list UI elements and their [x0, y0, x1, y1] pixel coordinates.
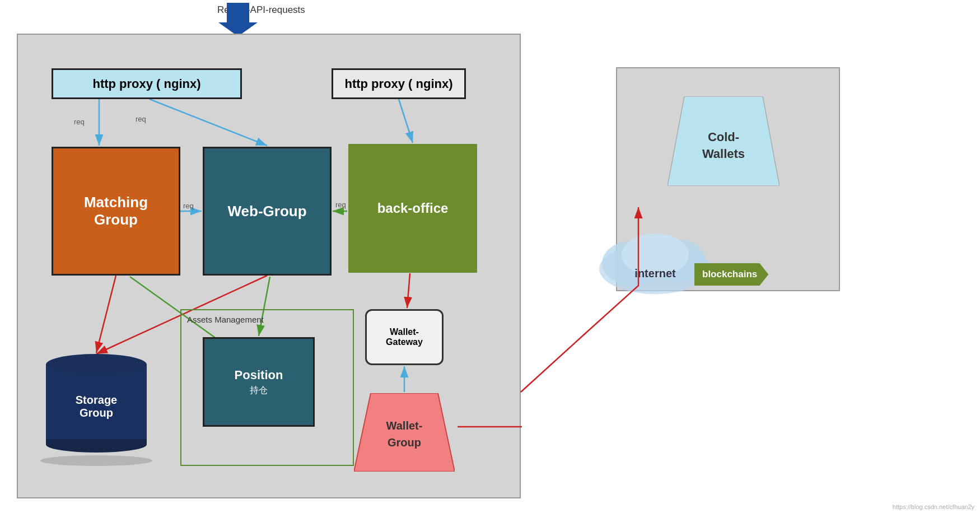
- position-box: Position 持仓: [203, 337, 315, 427]
- svg-marker-1: [218, 3, 258, 36]
- web-group-box: Web-Group: [203, 147, 332, 276]
- proxy-box-1: http proxy ( nginx): [52, 68, 242, 99]
- svg-line-13: [399, 99, 413, 143]
- cold-wallets-wrap: Cold- Wallets: [668, 96, 780, 186]
- svg-text:Group: Group: [388, 436, 421, 449]
- wallet-group-wrap: Wallet- Group: [354, 393, 455, 472]
- assets-management-label: Assets Management: [187, 315, 264, 324]
- cylinder-top: [46, 354, 147, 375]
- cylinder-body: StorageGroup: [46, 364, 147, 439]
- svg-marker-23: [354, 393, 455, 472]
- svg-line-20: [407, 273, 410, 308]
- svg-text:req: req: [335, 200, 346, 209]
- wallet-group-svg: Wallet- Group: [354, 393, 455, 472]
- svg-text:Wallets: Wallets: [702, 147, 745, 161]
- matching-group-box: Matching Group: [52, 147, 180, 276]
- svg-text:req: req: [183, 202, 194, 210]
- svg-line-8: [150, 99, 267, 146]
- cylinder-shadow: [40, 455, 152, 466]
- internet-cloud: internet: [594, 224, 717, 299]
- proxy-box-2: http proxy ( nginx): [332, 68, 466, 99]
- svg-text:Cold-: Cold-: [708, 130, 739, 144]
- main-diagram-container: req req req req http proxy ( nginx) http…: [17, 34, 521, 498]
- cold-wallets-svg: Cold- Wallets: [668, 96, 780, 186]
- svg-text:req: req: [136, 115, 146, 123]
- svg-line-16: [96, 276, 116, 353]
- storage-group: StorageGroup: [46, 354, 147, 466]
- cloud-svg: internet: [594, 224, 717, 297]
- watermark: https://blog.csdn.net/cfhuan2y: [893, 503, 974, 510]
- svg-text:internet: internet: [634, 267, 676, 279]
- blockchains-label: blockchains: [694, 263, 768, 286]
- position-subtitle: 持仓: [250, 385, 268, 397]
- storage-group-label: StorageGroup: [76, 394, 117, 419]
- svg-text:Wallet-: Wallet-: [386, 419, 423, 432]
- back-office-box: back-office: [348, 144, 477, 273]
- svg-text:req: req: [74, 118, 85, 126]
- wallet-gateway-box: Wallet- Gateway: [365, 309, 444, 365]
